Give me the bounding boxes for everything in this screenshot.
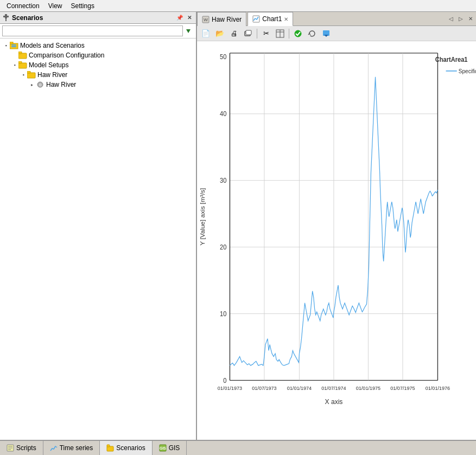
- tab-close-btn[interactable]: ✕: [466, 15, 475, 23]
- svg-text:01/07/1973: 01/07/1973: [252, 384, 276, 390]
- toggle-comparison[interactable]: [11, 52, 18, 59]
- toolbar-new-btn[interactable]: 📄: [199, 28, 212, 40]
- svg-rect-7: [11, 46, 16, 47]
- toolbar-sep-1: [257, 29, 257, 39]
- tab-chart1-label: Chart1: [262, 15, 282, 23]
- legend-label: Specific runoff: [459, 68, 476, 74]
- svg-text:01/07/1974: 01/07/1974: [321, 384, 346, 390]
- svg-text:01/07/1975: 01/07/1975: [390, 384, 415, 390]
- chart-panel: W Haw River Chart1 ✕ ◁ ▷ ✕ 📄 �: [197, 12, 476, 440]
- statusbar-tab-scenarios[interactable]: Scenarios: [100, 441, 152, 455]
- tab-haw-river-icon: W: [202, 16, 210, 23]
- arrow-down-icon: [185, 28, 192, 34]
- tab-nav-buttons: ◁ ▷ ✕: [447, 12, 476, 25]
- svg-text:20: 20: [220, 244, 226, 251]
- svg-text:⚙: ⚙: [39, 83, 42, 87]
- tab-chart1-close[interactable]: ✕: [284, 16, 288, 22]
- tree-label-haw-river-2: Haw River: [46, 81, 76, 88]
- svg-text:W: W: [204, 17, 208, 22]
- tab-nav-right[interactable]: ▷: [456, 15, 465, 23]
- tree-item-models-root[interactable]: ▪ Models and Scenarios: [0, 41, 196, 50]
- panel-titlebar: Scenarios 📌 ✕: [0, 12, 196, 24]
- folder-icon-haw1: [27, 71, 36, 79]
- tab-bar: W Haw River Chart1 ✕ ◁ ▷ ✕: [197, 12, 476, 26]
- tab-chart1[interactable]: Chart1 ✕: [247, 12, 293, 26]
- toggle-haw-river-1[interactable]: ▪: [20, 71, 27, 79]
- statusbar-tab-scripts[interactable]: Scripts: [0, 441, 43, 455]
- model-setups-folder-icon: [18, 61, 27, 69]
- svg-rect-13: [27, 71, 30, 73]
- svg-rect-20: [246, 30, 251, 35]
- models-folder-icon: [10, 42, 18, 49]
- tab-chart1-icon: [252, 15, 260, 23]
- pin-toggle-btn[interactable]: 📌: [175, 14, 184, 22]
- tree-label-haw-river-1: Haw River: [37, 71, 67, 79]
- panel-title-area: Scenarios: [2, 14, 43, 22]
- close-panel-btn[interactable]: ✕: [185, 14, 194, 22]
- tree-item-haw-river-2[interactable]: ▸ ⚙ Haw River: [0, 80, 196, 89]
- models-icon: [10, 42, 18, 49]
- svg-rect-6: [11, 44, 16, 46]
- tree-label-comparison: Comparison Configuration: [29, 52, 104, 59]
- svg-rect-5: [10, 42, 13, 44]
- panel-title: Scenarios: [12, 14, 43, 22]
- toolbar-refresh-btn[interactable]: [306, 28, 319, 40]
- svg-rect-63: [107, 445, 110, 447]
- search-input[interactable]: [2, 25, 183, 36]
- svg-rect-9: [18, 52, 22, 54]
- toolbar-table-btn[interactable]: [274, 28, 287, 40]
- statusbar: Scripts Time series Scenarios GIS GIS: [0, 440, 476, 455]
- search-go-btn[interactable]: [183, 25, 194, 36]
- gis-icon: GIS: [159, 444, 167, 452]
- svg-rect-2: [5, 18, 7, 21]
- svg-text:01/01/1974: 01/01/1974: [287, 384, 312, 390]
- tree-area: ▪ Models and Scenarios: [0, 39, 196, 440]
- toolbar-print-btn[interactable]: 🖨: [227, 28, 240, 40]
- check-icon: [294, 29, 302, 38]
- toolbar-cut-btn[interactable]: ✂: [259, 28, 272, 40]
- tree-item-comparison[interactable]: Comparison Configuration: [0, 50, 196, 60]
- toolbar-bookmark-btn[interactable]: [320, 28, 333, 40]
- main-layout: Scenarios 📌 ✕ ▪: [0, 12, 476, 440]
- toggle-model-setups[interactable]: ▪: [11, 61, 18, 69]
- svg-text:X axis: X axis: [325, 398, 343, 406]
- svg-rect-1: [3, 16, 9, 17]
- folder-icon-setups: [18, 61, 27, 69]
- menu-view[interactable]: View: [44, 1, 67, 11]
- menu-settings[interactable]: Settings: [67, 1, 99, 11]
- svg-text:01/01/1976: 01/01/1976: [426, 384, 450, 390]
- table-icon: [276, 29, 284, 38]
- chart-area: 0 10 20 30 40 50 Y [Value] axis [m³/s] 0…: [197, 41, 476, 440]
- copy-img-icon: [244, 29, 252, 38]
- tab-nav-left[interactable]: ◁: [447, 15, 455, 23]
- tree-item-model-setups[interactable]: ▪ Model Setups: [0, 60, 196, 70]
- statusbar-gis-label: GIS: [169, 444, 180, 452]
- svg-text:40: 40: [220, 111, 226, 117]
- timeseries-icon: [50, 444, 58, 452]
- svg-text:01/01/1975: 01/01/1975: [356, 384, 380, 390]
- statusbar-tab-timeseries[interactable]: Time series: [43, 441, 100, 455]
- toggle-models-root[interactable]: ▪: [2, 42, 10, 49]
- svg-rect-11: [18, 61, 22, 63]
- chart-svg: 0 10 20 30 40 50 Y [Value] axis [m³/s] 0…: [197, 41, 476, 440]
- menu-connection[interactable]: Connection: [2, 1, 44, 11]
- tree-item-haw-river-1[interactable]: ▪ Haw River: [0, 70, 196, 80]
- pin-icon: [2, 14, 10, 22]
- toolbar-check-btn[interactable]: [291, 28, 304, 40]
- statusbar-tab-gis[interactable]: GIS GIS: [153, 441, 187, 455]
- tab-haw-river[interactable]: W Haw River: [197, 12, 246, 26]
- chart-title: ChartArea1: [435, 56, 468, 63]
- statusbar-scripts-label: Scripts: [16, 444, 36, 452]
- refresh-icon: [308, 29, 316, 38]
- statusbar-scenarios-label: Scenarios: [116, 444, 145, 452]
- svg-marker-3: [186, 29, 191, 33]
- svg-point-24: [295, 30, 301, 37]
- svg-text:GIS: GIS: [160, 446, 166, 450]
- toolbar-sep-2: [289, 29, 289, 39]
- toolbar-open-btn[interactable]: 📂: [213, 28, 226, 40]
- statusbar-timeseries-label: Time series: [60, 444, 93, 452]
- haw-river-1-folder-icon: [27, 71, 36, 79]
- toggle-haw-river-2[interactable]: ▸: [28, 81, 36, 88]
- svg-text:0: 0: [223, 377, 226, 383]
- toolbar-copy-img-btn[interactable]: [242, 28, 255, 40]
